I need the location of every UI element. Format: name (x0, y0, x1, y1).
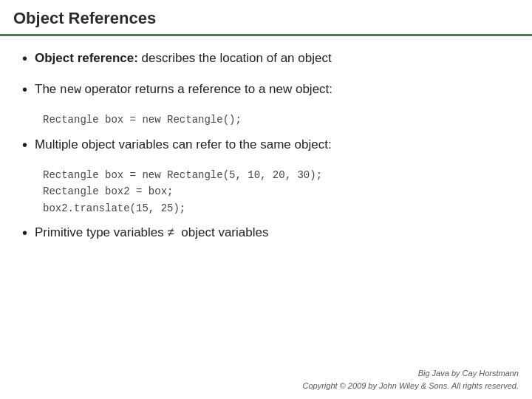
slide-title: Object References (13, 9, 156, 27)
bullet-dot-4: • (22, 225, 27, 242)
code-block-1-line1: Rectangle box = new Rectangle(); (43, 114, 242, 126)
bullet-1-bold: Object reference: (35, 51, 138, 65)
bullet-1-rest: describes the location of an object (142, 51, 332, 65)
bullet-item-2: • The new operator returns a reference t… (22, 81, 510, 98)
bullet-text-3: Multiple object variables can refer to t… (35, 136, 332, 154)
slide-container: Object References • Object reference: de… (0, 0, 532, 399)
bullet-dot-1: • (22, 50, 27, 67)
code-block-1: Rectangle box = new Rectangle(); (43, 112, 510, 128)
bullet-item-4: • Primitive type variables ≠ object vari… (22, 224, 510, 242)
bullet-text-1: Object reference: describes the location… (35, 50, 332, 67)
bullet-dot-2: • (22, 81, 27, 98)
code-new: new (60, 83, 81, 97)
slide-header: Object References (0, 0, 532, 36)
bullet-text-4: Primitive type variables ≠ object variab… (35, 224, 268, 242)
code-block-2-line1: Rectangle box = new Rectangle(5, 10, 20,… (43, 169, 322, 181)
code-block-2: Rectangle box = new Rectangle(5, 10, 20,… (43, 167, 510, 216)
footer-line1: Big Java by Cay Horstmann (302, 367, 519, 380)
bullet-item-3: • Multiple object variables can refer to… (22, 136, 510, 154)
bullet-item-1: • Object reference: describes the locati… (22, 50, 510, 67)
bullet-dot-3: • (22, 137, 27, 154)
code-block-2-line2: Rectangle box2 = box; (43, 185, 173, 197)
code-block-2-line3: box2.translate(15, 25); (43, 202, 185, 214)
footer-line2: Copyright © 2009 by John Wiley & Sons. A… (302, 380, 519, 392)
bullet-text-2: The new operator returns a reference to … (35, 81, 332, 98)
slide-content: • Object reference: describes the locati… (0, 36, 532, 262)
slide-footer: Big Java by Cay Horstmann Copyright © 20… (302, 367, 519, 392)
